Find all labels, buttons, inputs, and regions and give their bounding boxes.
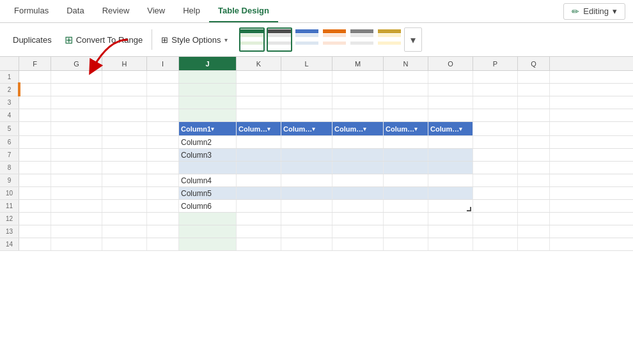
grid-cell[interactable]: [102, 200, 147, 212]
grid-cell[interactable]: [19, 149, 51, 161]
grid-cell[interactable]: [281, 96, 332, 109]
table-col5-header[interactable]: Colum… ▾: [384, 122, 428, 135]
table-col4-header[interactable]: Colum… ▾: [332, 122, 384, 135]
grid-cell[interactable]: [19, 238, 51, 250]
grid-cell[interactable]: [332, 213, 384, 225]
style-options-button[interactable]: ⊞ Style Options ▾: [155, 33, 233, 47]
col-header-J[interactable]: J: [179, 57, 237, 70]
grid-cell[interactable]: [51, 238, 102, 250]
swatch-orange[interactable]: [322, 27, 347, 52]
table-data-cell[interactable]: [332, 200, 384, 212]
grid-cell[interactable]: [147, 213, 179, 225]
grid-cell[interactable]: [518, 238, 550, 250]
grid-cell[interactable]: [428, 84, 473, 96]
tab-view[interactable]: View: [138, 0, 174, 22]
col-header-I[interactable]: I: [147, 57, 179, 70]
tab-table-design[interactable]: Table Design: [209, 0, 278, 22]
more-styles-button[interactable]: ▾: [404, 27, 422, 52]
grid-cell[interactable]: [19, 96, 51, 109]
grid-cell[interactable]: [332, 71, 384, 83]
col-header-H[interactable]: H: [102, 57, 147, 70]
grid-cell[interactable]: [19, 162, 51, 174]
col-header-O[interactable]: O: [428, 57, 473, 70]
table-data-cell[interactable]: Column5: [179, 187, 237, 199]
table-data-cell[interactable]: Column2: [179, 136, 237, 148]
grid-cell[interactable]: [147, 122, 179, 135]
grid-cell[interactable]: [51, 122, 102, 135]
grid-cell[interactable]: [473, 174, 518, 186]
grid-cell[interactable]: [147, 225, 179, 238]
grid-cell[interactable]: [147, 136, 179, 148]
grid-cell[interactable]: [179, 109, 237, 121]
grid-cell[interactable]: [102, 84, 147, 96]
grid-cell[interactable]: [179, 71, 237, 83]
swatch-green[interactable]: [239, 27, 265, 52]
grid-cell[interactable]: [281, 109, 332, 121]
grid-cell[interactable]: [428, 213, 473, 225]
grid-cell[interactable]: [473, 162, 518, 174]
table-col3-header[interactable]: Colum… ▾: [281, 122, 332, 135]
grid-cell[interactable]: [19, 122, 51, 135]
grid-cell[interactable]: [147, 187, 179, 199]
grid-cell[interactable]: [19, 71, 51, 83]
table-col6-header[interactable]: Colum… ▾: [428, 122, 473, 135]
grid-cell[interactable]: [102, 149, 147, 161]
grid-cell[interactable]: [102, 238, 147, 250]
table-data-cell[interactable]: [428, 174, 473, 186]
grid-cell[interactable]: [102, 122, 147, 135]
grid-cell[interactable]: [473, 122, 518, 135]
table-data-cell[interactable]: [281, 200, 332, 212]
col-header-P[interactable]: P: [473, 57, 518, 70]
table-data-cell[interactable]: Column4: [179, 174, 237, 186]
grid-cell[interactable]: [237, 96, 281, 109]
grid-cell[interactable]: [102, 96, 147, 109]
table-data-cell[interactable]: [179, 162, 237, 174]
grid-cell[interactable]: [51, 187, 102, 199]
convert-to-range-button[interactable]: ⊞ Convert To Range: [58, 31, 150, 49]
grid-cell[interactable]: [147, 149, 179, 161]
grid-cell[interactable]: [473, 136, 518, 148]
grid-cell[interactable]: [237, 213, 281, 225]
table-data-cell[interactable]: [384, 187, 428, 199]
grid-cell[interactable]: [179, 96, 237, 109]
table-col1-header[interactable]: Column1 ▾: [179, 122, 237, 135]
table-data-cell[interactable]: [428, 200, 473, 212]
grid-cell[interactable]: [102, 213, 147, 225]
grid-cell[interactable]: [102, 225, 147, 238]
duplicates-button[interactable]: Duplicates: [6, 33, 58, 47]
grid-cell[interactable]: [384, 213, 428, 225]
grid-cell[interactable]: [518, 225, 550, 238]
grid-cell[interactable]: [102, 136, 147, 148]
table-data-cell[interactable]: [384, 136, 428, 148]
grid-cell[interactable]: [332, 84, 384, 96]
grid-cell[interactable]: [51, 84, 102, 96]
grid-cell[interactable]: [332, 225, 384, 238]
col-header-L[interactable]: L: [281, 57, 332, 70]
grid-cell[interactable]: [473, 96, 518, 109]
grid-cell[interactable]: [237, 238, 281, 250]
grid-cell[interactable]: [179, 225, 237, 238]
grid-cell[interactable]: [179, 238, 237, 250]
grid-cell[interactable]: [428, 238, 473, 250]
table-data-cell[interactable]: [237, 174, 281, 186]
table-data-cell[interactable]: [384, 149, 428, 161]
grid-cell[interactable]: [19, 213, 51, 225]
grid-cell[interactable]: [384, 109, 428, 121]
grid-cell[interactable]: [147, 200, 179, 212]
grid-cell[interactable]: [51, 162, 102, 174]
table-data-cell[interactable]: [332, 149, 384, 161]
grid-cell[interactable]: [518, 96, 550, 109]
grid-cell[interactable]: [384, 225, 428, 238]
grid-cell[interactable]: [51, 71, 102, 83]
grid-cell[interactable]: [518, 162, 550, 174]
grid-cell[interactable]: [518, 84, 550, 96]
grid-cell[interactable]: [473, 213, 518, 225]
col-header-M[interactable]: M: [332, 57, 384, 70]
grid-cell[interactable]: [518, 187, 550, 199]
grid-cell[interactable]: [473, 71, 518, 83]
grid-cell[interactable]: [147, 84, 179, 96]
grid-cell[interactable]: [428, 225, 473, 238]
grid-cell[interactable]: [384, 84, 428, 96]
table-data-cell[interactable]: [384, 174, 428, 186]
tab-help[interactable]: Help: [174, 0, 209, 22]
